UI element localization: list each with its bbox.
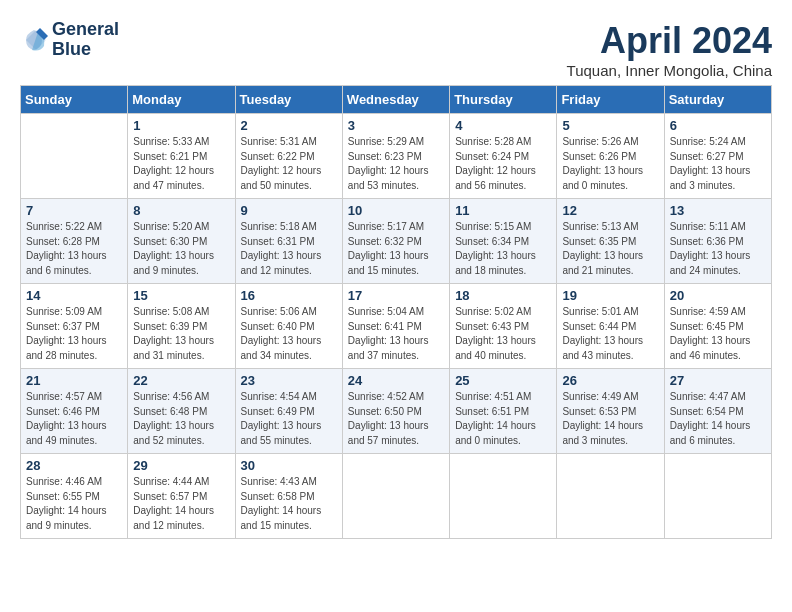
calendar-cell: 22Sunrise: 4:56 AM Sunset: 6:48 PM Dayli… — [128, 369, 235, 454]
day-number: 13 — [670, 203, 766, 218]
day-number: 15 — [133, 288, 229, 303]
day-info: Sunrise: 4:56 AM Sunset: 6:48 PM Dayligh… — [133, 390, 229, 448]
calendar-cell: 23Sunrise: 4:54 AM Sunset: 6:49 PM Dayli… — [235, 369, 342, 454]
header-cell-thursday: Thursday — [450, 86, 557, 114]
day-number: 9 — [241, 203, 337, 218]
day-number: 30 — [241, 458, 337, 473]
calendar-week-row: 1Sunrise: 5:33 AM Sunset: 6:21 PM Daylig… — [21, 114, 772, 199]
calendar-cell: 29Sunrise: 4:44 AM Sunset: 6:57 PM Dayli… — [128, 454, 235, 539]
calendar-week-row: 14Sunrise: 5:09 AM Sunset: 6:37 PM Dayli… — [21, 284, 772, 369]
calendar-header-row: SundayMondayTuesdayWednesdayThursdayFrid… — [21, 86, 772, 114]
calendar-cell: 10Sunrise: 5:17 AM Sunset: 6:32 PM Dayli… — [342, 199, 449, 284]
day-info: Sunrise: 5:08 AM Sunset: 6:39 PM Dayligh… — [133, 305, 229, 363]
calendar-cell: 27Sunrise: 4:47 AM Sunset: 6:54 PM Dayli… — [664, 369, 771, 454]
calendar-cell: 30Sunrise: 4:43 AM Sunset: 6:58 PM Dayli… — [235, 454, 342, 539]
day-info: Sunrise: 4:59 AM Sunset: 6:45 PM Dayligh… — [670, 305, 766, 363]
logo: General Blue — [20, 20, 119, 60]
day-info: Sunrise: 5:26 AM Sunset: 6:26 PM Dayligh… — [562, 135, 658, 193]
day-number: 1 — [133, 118, 229, 133]
calendar-cell: 14Sunrise: 5:09 AM Sunset: 6:37 PM Dayli… — [21, 284, 128, 369]
day-info: Sunrise: 5:01 AM Sunset: 6:44 PM Dayligh… — [562, 305, 658, 363]
day-number: 12 — [562, 203, 658, 218]
logo-icon — [20, 26, 48, 54]
calendar-cell — [21, 114, 128, 199]
logo-text: General Blue — [52, 20, 119, 60]
day-info: Sunrise: 5:13 AM Sunset: 6:35 PM Dayligh… — [562, 220, 658, 278]
calendar-cell — [342, 454, 449, 539]
header-cell-friday: Friday — [557, 86, 664, 114]
location: Tuquan, Inner Mongolia, China — [567, 62, 772, 79]
calendar-cell: 21Sunrise: 4:57 AM Sunset: 6:46 PM Dayli… — [21, 369, 128, 454]
header-cell-monday: Monday — [128, 86, 235, 114]
day-number: 10 — [348, 203, 444, 218]
day-info: Sunrise: 5:11 AM Sunset: 6:36 PM Dayligh… — [670, 220, 766, 278]
day-info: Sunrise: 4:43 AM Sunset: 6:58 PM Dayligh… — [241, 475, 337, 533]
day-number: 21 — [26, 373, 122, 388]
day-info: Sunrise: 5:17 AM Sunset: 6:32 PM Dayligh… — [348, 220, 444, 278]
day-number: 18 — [455, 288, 551, 303]
day-number: 14 — [26, 288, 122, 303]
day-info: Sunrise: 4:54 AM Sunset: 6:49 PM Dayligh… — [241, 390, 337, 448]
calendar-cell: 9Sunrise: 5:18 AM Sunset: 6:31 PM Daylig… — [235, 199, 342, 284]
day-info: Sunrise: 5:33 AM Sunset: 6:21 PM Dayligh… — [133, 135, 229, 193]
day-info: Sunrise: 5:28 AM Sunset: 6:24 PM Dayligh… — [455, 135, 551, 193]
calendar-week-row: 21Sunrise: 4:57 AM Sunset: 6:46 PM Dayli… — [21, 369, 772, 454]
calendar-cell: 26Sunrise: 4:49 AM Sunset: 6:53 PM Dayli… — [557, 369, 664, 454]
calendar-cell: 20Sunrise: 4:59 AM Sunset: 6:45 PM Dayli… — [664, 284, 771, 369]
day-number: 20 — [670, 288, 766, 303]
calendar-cell: 4Sunrise: 5:28 AM Sunset: 6:24 PM Daylig… — [450, 114, 557, 199]
day-number: 3 — [348, 118, 444, 133]
calendar-cell: 6Sunrise: 5:24 AM Sunset: 6:27 PM Daylig… — [664, 114, 771, 199]
calendar-cell: 25Sunrise: 4:51 AM Sunset: 6:51 PM Dayli… — [450, 369, 557, 454]
day-info: Sunrise: 5:20 AM Sunset: 6:30 PM Dayligh… — [133, 220, 229, 278]
day-info: Sunrise: 4:47 AM Sunset: 6:54 PM Dayligh… — [670, 390, 766, 448]
calendar-cell — [557, 454, 664, 539]
calendar-cell: 16Sunrise: 5:06 AM Sunset: 6:40 PM Dayli… — [235, 284, 342, 369]
calendar-cell: 28Sunrise: 4:46 AM Sunset: 6:55 PM Dayli… — [21, 454, 128, 539]
calendar-cell: 15Sunrise: 5:08 AM Sunset: 6:39 PM Dayli… — [128, 284, 235, 369]
day-number: 2 — [241, 118, 337, 133]
header-cell-tuesday: Tuesday — [235, 86, 342, 114]
day-info: Sunrise: 5:09 AM Sunset: 6:37 PM Dayligh… — [26, 305, 122, 363]
calendar-cell: 3Sunrise: 5:29 AM Sunset: 6:23 PM Daylig… — [342, 114, 449, 199]
day-number: 4 — [455, 118, 551, 133]
calendar-body: 1Sunrise: 5:33 AM Sunset: 6:21 PM Daylig… — [21, 114, 772, 539]
day-number: 11 — [455, 203, 551, 218]
header-cell-wednesday: Wednesday — [342, 86, 449, 114]
day-number: 16 — [241, 288, 337, 303]
calendar-week-row: 28Sunrise: 4:46 AM Sunset: 6:55 PM Dayli… — [21, 454, 772, 539]
calendar-cell: 8Sunrise: 5:20 AM Sunset: 6:30 PM Daylig… — [128, 199, 235, 284]
day-number: 23 — [241, 373, 337, 388]
day-number: 27 — [670, 373, 766, 388]
header-cell-sunday: Sunday — [21, 86, 128, 114]
calendar-cell: 24Sunrise: 4:52 AM Sunset: 6:50 PM Dayli… — [342, 369, 449, 454]
day-number: 24 — [348, 373, 444, 388]
day-info: Sunrise: 4:46 AM Sunset: 6:55 PM Dayligh… — [26, 475, 122, 533]
calendar-cell: 18Sunrise: 5:02 AM Sunset: 6:43 PM Dayli… — [450, 284, 557, 369]
day-number: 29 — [133, 458, 229, 473]
day-number: 8 — [133, 203, 229, 218]
calendar-cell: 1Sunrise: 5:33 AM Sunset: 6:21 PM Daylig… — [128, 114, 235, 199]
day-info: Sunrise: 5:29 AM Sunset: 6:23 PM Dayligh… — [348, 135, 444, 193]
day-info: Sunrise: 4:52 AM Sunset: 6:50 PM Dayligh… — [348, 390, 444, 448]
day-info: Sunrise: 5:06 AM Sunset: 6:40 PM Dayligh… — [241, 305, 337, 363]
day-info: Sunrise: 5:04 AM Sunset: 6:41 PM Dayligh… — [348, 305, 444, 363]
calendar-cell: 13Sunrise: 5:11 AM Sunset: 6:36 PM Dayli… — [664, 199, 771, 284]
day-info: Sunrise: 5:24 AM Sunset: 6:27 PM Dayligh… — [670, 135, 766, 193]
day-number: 6 — [670, 118, 766, 133]
calendar-cell: 2Sunrise: 5:31 AM Sunset: 6:22 PM Daylig… — [235, 114, 342, 199]
calendar-cell: 11Sunrise: 5:15 AM Sunset: 6:34 PM Dayli… — [450, 199, 557, 284]
page-header: General Blue April 2024 Tuquan, Inner Mo… — [20, 20, 772, 79]
day-number: 28 — [26, 458, 122, 473]
calendar-cell — [450, 454, 557, 539]
day-info: Sunrise: 4:51 AM Sunset: 6:51 PM Dayligh… — [455, 390, 551, 448]
day-info: Sunrise: 4:49 AM Sunset: 6:53 PM Dayligh… — [562, 390, 658, 448]
header-cell-saturday: Saturday — [664, 86, 771, 114]
day-number: 26 — [562, 373, 658, 388]
day-number: 7 — [26, 203, 122, 218]
day-info: Sunrise: 4:44 AM Sunset: 6:57 PM Dayligh… — [133, 475, 229, 533]
calendar-cell: 7Sunrise: 5:22 AM Sunset: 6:28 PM Daylig… — [21, 199, 128, 284]
day-number: 25 — [455, 373, 551, 388]
calendar-week-row: 7Sunrise: 5:22 AM Sunset: 6:28 PM Daylig… — [21, 199, 772, 284]
calendar-cell: 12Sunrise: 5:13 AM Sunset: 6:35 PM Dayli… — [557, 199, 664, 284]
